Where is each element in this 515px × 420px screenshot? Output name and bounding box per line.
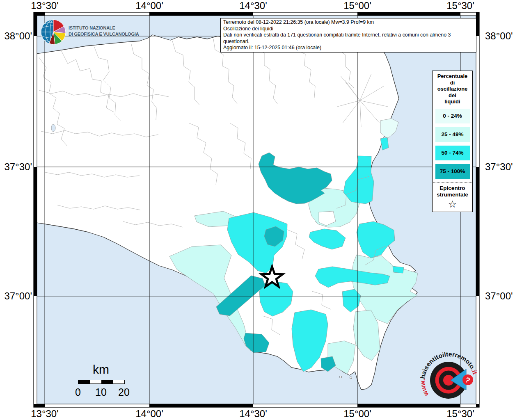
lon-label-top: 15°00'	[329, 0, 386, 11]
legend-divider	[433, 183, 472, 183]
legend-epicenter-line: strumentale	[433, 192, 472, 198]
scale-segment	[113, 380, 124, 383]
lon-label-bottom: 13°30'	[16, 408, 73, 420]
scale-bar: km 0 10 20	[70, 363, 140, 399]
legend-class-50-74: 50 - 74%	[435, 146, 470, 160]
lon-label-bottom: 15°00'	[329, 408, 386, 420]
lat-label-right: 37°00'	[485, 290, 515, 302]
ingv-line2: DI GEOFISICA E VULCANOLOGIA	[69, 31, 139, 37]
scale-unit: km	[78, 363, 124, 377]
ingv-wordmark: ISTITUTO NAZIONALE DI GEOFISICA E VULCAN…	[69, 25, 139, 37]
legend-epicenter-line: Epicentro	[433, 185, 472, 192]
legend-class-75-100: 75 - 100%	[435, 164, 470, 179]
ingv-logo	[40, 18, 67, 46]
legend-title-line: dei	[433, 92, 472, 99]
ingv-line1: ISTITUTO NAZIONALE	[69, 25, 139, 31]
islet	[350, 377, 352, 379]
legend-class-25-49: 25 - 49%	[435, 127, 470, 142]
lat-label-right: 37°30'	[485, 161, 515, 173]
lat-label-left: 38°00'	[1, 30, 32, 42]
event-info-line4: Aggiornato il: 15-12-2025 01:46 (ora loc…	[223, 45, 474, 51]
scale-bar-graphic	[78, 380, 125, 384]
legend-class-0-24: 0 - 24%	[435, 109, 470, 123]
legend: Percentuale di oscillazione dei liquidi …	[432, 71, 473, 212]
islet	[340, 376, 342, 378]
municipality-region-50-74	[393, 266, 404, 273]
legend-title-line: Percentuale	[433, 73, 472, 80]
lon-label-bottom: 14°30'	[224, 408, 282, 420]
scale-segment	[90, 380, 101, 383]
legend-title-line: liquidi	[433, 98, 472, 105]
event-info-box: Terremoto del 08-12-2022 21:26:35 (ora l…	[220, 18, 476, 52]
legend-star-icon: ☆	[433, 199, 472, 210]
scale-label: 10	[89, 386, 113, 398]
lon-label-top: 13°30'	[16, 0, 73, 11]
scale-segment	[78, 380, 90, 383]
haisentitoilterremoto-logo: ? www.haisentitoilterremoto.it	[418, 348, 483, 418]
legend-title-line: di	[433, 80, 472, 86]
earthquake-intensity-map-page: 13°30' 14°00' 14°30' 15°00' 15°30' 13°30…	[0, 0, 515, 420]
lon-label-top: 15°30'	[432, 0, 489, 11]
event-info-line2: Oscillazione dei liquidi	[223, 26, 474, 32]
scale-segment	[101, 380, 113, 383]
event-info-line3: Dati non verificati estratti da 171 ques…	[223, 32, 474, 45]
scale-label: 0	[66, 386, 90, 398]
lon-label-top: 14°00'	[121, 0, 178, 11]
lon-label-bottom: 14°00'	[121, 408, 178, 420]
legend-title-line: oscillazione	[433, 86, 472, 92]
lat-label-right: 38°00'	[485, 30, 515, 42]
lon-label-top: 14°30'	[224, 0, 282, 11]
lat-label-left: 37°00'	[1, 290, 32, 302]
scale-labels: 0 10 20	[70, 386, 140, 399]
scale-label: 20	[112, 386, 136, 398]
lat-label-left: 37°30'	[1, 161, 32, 173]
lake	[51, 124, 55, 132]
event-info-line1: Terremoto del 08-12-2022 21:26:35 (ora l…	[223, 19, 474, 26]
